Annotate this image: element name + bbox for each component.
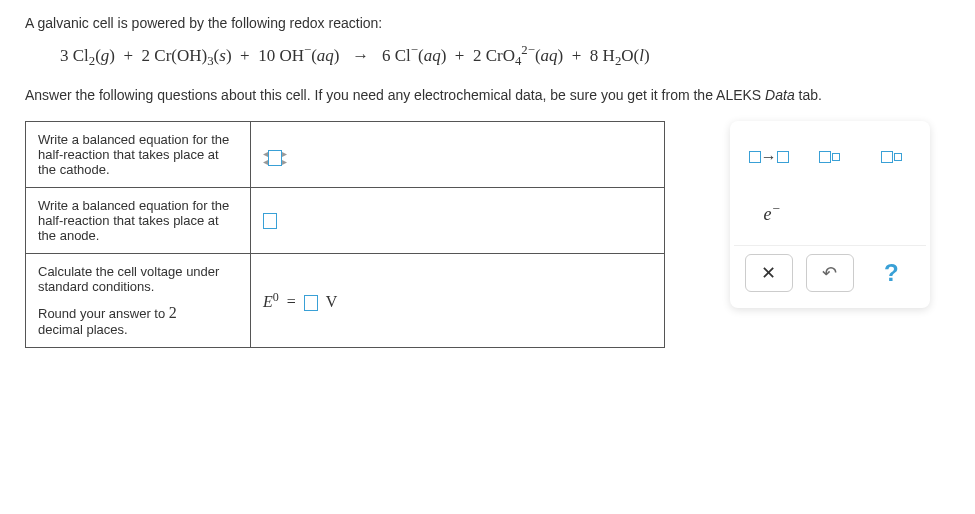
help-button[interactable]: ? (867, 254, 915, 292)
intro-text: A galvanic cell is powered by the follow… (25, 15, 950, 31)
tool-superscript[interactable] (863, 137, 919, 177)
anode-input-cell[interactable] (251, 188, 665, 254)
anode-input-box[interactable] (263, 213, 277, 229)
voltage-value-box[interactable] (304, 295, 318, 311)
reset-button[interactable]: ↶ (806, 254, 854, 292)
tool-electron[interactable]: e− (752, 193, 792, 233)
instructions: Answer the following questions about thi… (25, 87, 950, 103)
anode-prompt: Write a balanced equation for the half-r… (26, 188, 251, 254)
cathode-input-cell[interactable]: ◂◂ ▸▸ (251, 122, 665, 188)
tool-subscript[interactable] (802, 137, 858, 177)
voltage-prompt: Calculate the cell voltage under standar… (26, 254, 251, 348)
redox-equation: 3 Cl2(g) + 2 Cr(OH)3(s) + 10 OH−(aq) → 6… (60, 43, 950, 69)
answer-table: Write a balanced equation for the half-r… (25, 121, 665, 348)
math-toolbar: → e− ✕ ↶ ? (730, 121, 930, 308)
cathode-input-box[interactable] (268, 150, 282, 166)
voltage-input-cell[interactable]: E0 = V (251, 254, 665, 348)
tool-reaction-arrow[interactable]: → (741, 137, 797, 177)
clear-button[interactable]: ✕ (745, 254, 793, 292)
cathode-prompt: Write a balanced equation for the half-r… (26, 122, 251, 188)
